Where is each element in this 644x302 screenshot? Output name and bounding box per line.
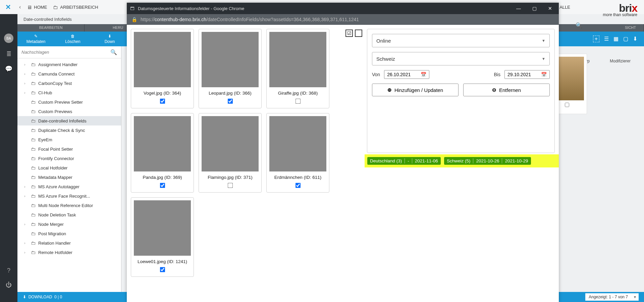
asset-checkbox[interactable]: [227, 183, 233, 188]
sidebar-item[interactable]: 🗀Local Hotfolder: [17, 163, 121, 172]
user-avatar[interactable]: BA: [4, 34, 13, 43]
download-icon[interactable]: ⬇: [23, 295, 26, 299]
folder-icon: 🗀: [31, 109, 36, 114]
chevron-right-icon: ›: [24, 91, 28, 95]
sidebar-item-label: Remote Hotfolder: [38, 250, 72, 255]
list-view-icon[interactable]: ☰: [604, 36, 609, 42]
sidebar-item[interactable]: ›🗀MS Azure Face Recognit...: [17, 191, 121, 201]
brand-logo: brix more than software: [603, 2, 637, 17]
asset-checkbox[interactable]: [160, 183, 165, 188]
folder-icon: 🗀: [31, 231, 36, 236]
sidebar-item[interactable]: 🗀Frontify Connector: [17, 154, 121, 163]
result-pill[interactable]: Schweiz (5)2021-10-262021-10-29: [444, 157, 531, 165]
sidebar-item[interactable]: 🗀Date-controlled Infofields: [17, 116, 121, 125]
folder-icon: 🗀: [31, 221, 36, 227]
asset-label: Panda.jpg (ID: 369): [143, 175, 182, 180]
lock-icon[interactable]: 🔒: [131, 17, 137, 22]
asset-checkbox[interactable]: [227, 99, 233, 104]
asset-checkbox[interactable]: [160, 267, 165, 272]
sidebar-item[interactable]: 🗀Multi Node Reference Editor: [17, 201, 121, 210]
nav-home[interactable]: 🖥HOME: [27, 4, 47, 10]
region-dropdown[interactable]: Schweiz▼: [372, 52, 550, 65]
sidebar-item[interactable]: ›🗀Camunda Connect: [17, 69, 121, 79]
add-update-button[interactable]: ⊕Hinzufügen / Updaten: [372, 84, 459, 96]
status-download: DOWNLOAD: [29, 295, 52, 299]
search-icon[interactable]: 🔍: [110, 49, 117, 55]
power-icon[interactable]: ⏻: [6, 282, 12, 289]
asset-checkbox[interactable]: [295, 99, 301, 104]
asset-card[interactable]: Flamingo.jpg (ID: 371): [199, 113, 262, 193]
chevron-right-icon: ›: [24, 194, 28, 198]
chevron-right-icon: ›: [24, 185, 28, 189]
sidebar-item[interactable]: 🗀Node Deletion Task: [17, 210, 121, 219]
asset-card[interactable]: Panda.jpg (ID: 369): [131, 113, 194, 193]
remove-button[interactable]: ⊖Entfernen: [463, 84, 550, 96]
sidebar-item[interactable]: 🗀EyeEm: [17, 135, 121, 144]
chevron-down-icon[interactable]: ▾: [631, 293, 639, 301]
maximize-icon[interactable]: ▢: [532, 6, 537, 11]
sidebar-item[interactable]: 🗀Duplicate Check & Sync: [17, 125, 121, 135]
sidebar-item[interactable]: ›🗀Assignment Handler: [17, 60, 121, 69]
minimize-icon[interactable]: —: [516, 6, 521, 11]
breadcrumb-seg[interactable]: ALLE: [559, 5, 570, 10]
sidebar-item-label: Node Deletion Task: [38, 212, 76, 217]
to-date-input[interactable]: 29.10.2021📅: [504, 70, 550, 79]
folder-icon: 🗀: [31, 99, 36, 105]
sidebar-item-label: Date-controlled Infofields: [38, 118, 87, 123]
help-icon[interactable]: ?: [7, 267, 10, 274]
asset-thumbnail: [134, 116, 191, 171]
download-button[interactable]: ⬇Down: [91, 34, 128, 44]
status-dropdown[interactable]: Online▼: [372, 34, 550, 47]
sidebar-item[interactable]: ›🗀CI-Hub: [17, 88, 121, 97]
calendar-icon[interactable]: 📅: [421, 72, 426, 77]
search-icon[interactable]: 🔍: [576, 22, 582, 29]
sidebar-search-input[interactable]: [21, 50, 110, 55]
asset-card[interactable]: Vogel.jpg (ID: 364): [131, 29, 194, 108]
from-date-input[interactable]: 26.10.2021📅: [384, 70, 429, 79]
sidebar-item[interactable]: ›🗀Node Merger: [17, 219, 121, 229]
asset-checkbox[interactable]: [565, 103, 569, 107]
nav-back-icon[interactable]: ‹: [19, 4, 21, 10]
folder-icon: 🗀: [31, 137, 36, 142]
close-icon[interactable]: ✕: [548, 6, 552, 11]
sidebar-item[interactable]: ›🗀CarbonCopy Test: [17, 79, 121, 88]
sidebar-item[interactable]: ›🗀Relation Handler: [17, 238, 121, 248]
select-all-button[interactable]: ☑: [345, 30, 353, 37]
sidebar-item[interactable]: 🗀Custom Preview Setter: [17, 97, 121, 107]
asset-thumbnail: [202, 116, 259, 171]
sidebar-item[interactable]: 🗀Focal Point Setter: [17, 144, 121, 154]
sidebar-item-label: CarbonCopy Test: [38, 81, 72, 86]
nav-workspace[interactable]: 🗀ARBEITSBEREICH: [53, 4, 98, 10]
folder-icon: 🗀: [31, 118, 36, 123]
folder-icon: 🗀: [31, 90, 36, 95]
status-count: 0 | 0: [54, 295, 62, 299]
tab-sicht[interactable]: SICHT: [617, 24, 644, 32]
deselect-all-button[interactable]: [355, 30, 362, 37]
metadata-button[interactable]: ✎Metadaten: [17, 34, 54, 44]
sidebar-item[interactable]: ›🗀Remote Hotfolder: [17, 248, 121, 257]
grid-view-icon[interactable]: ▦: [613, 36, 619, 42]
url-bar[interactable]: 🔒 https://contenthub-demo.brix.ch/dateCo…: [127, 14, 559, 25]
folder-icon: 🗀: [31, 71, 36, 77]
layers-icon[interactable]: ≣: [6, 50, 11, 58]
tab-edit[interactable]: BEARBEITEN: [17, 24, 85, 32]
panel-icon[interactable]: ▢: [623, 36, 628, 42]
asset-card[interactable]: Loewe01.jpeg (ID: 1241): [131, 197, 194, 277]
app-logo-icon[interactable]: ✕: [3, 3, 13, 11]
add-icon[interactable]: +: [593, 36, 599, 42]
sidebar-item[interactable]: ›🗀MS Azure Autotagger: [17, 182, 121, 191]
status-shown: Angezeigt: 1 - 7 von 7: [585, 293, 631, 301]
delete-button[interactable]: 🗑Löschen: [54, 34, 91, 44]
asset-checkbox[interactable]: [160, 99, 165, 104]
asset-card[interactable]: Giraffe.jpg (ID: 368): [266, 29, 329, 108]
result-pill[interactable]: Deutschland (3)-2021-11-06: [367, 157, 441, 165]
asset-card[interactable]: Leopard.jpg (ID: 366): [199, 29, 262, 108]
asset-checkbox[interactable]: [295, 183, 301, 188]
sidebar-item[interactable]: 🗀Custom Previews: [17, 107, 121, 116]
chat-icon[interactable]: 💬: [5, 65, 12, 72]
download-icon[interactable]: ⬇: [633, 36, 637, 42]
sidebar-item[interactable]: 🗀Post Migration: [17, 229, 121, 238]
asset-card[interactable]: Erdmännchen (ID: 611): [266, 113, 329, 193]
calendar-icon[interactable]: 📅: [541, 72, 547, 77]
sidebar-item[interactable]: 🗀Metadata Mapper: [17, 172, 121, 182]
